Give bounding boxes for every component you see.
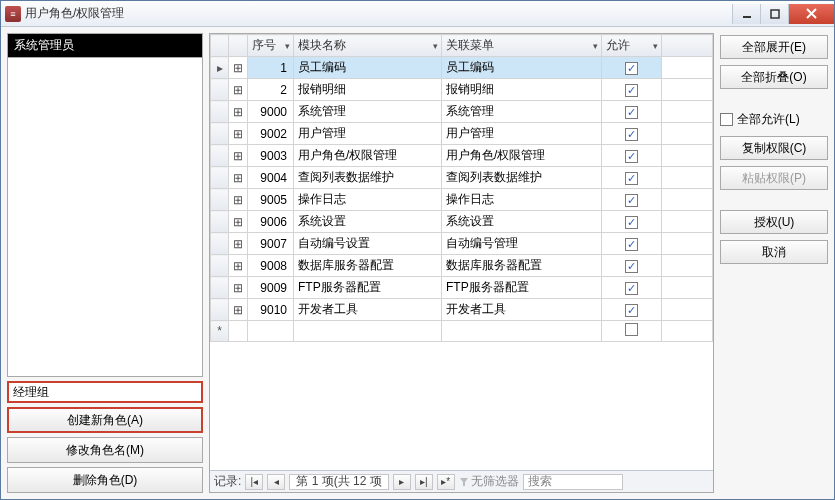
cell-seq[interactable]: 9000 <box>248 101 294 123</box>
cell-module[interactable]: 数据库服务器配置 <box>294 255 442 277</box>
row-marker[interactable]: ▸ <box>211 57 229 79</box>
paste-perm-button[interactable]: 粘贴权限(P) <box>720 166 828 190</box>
col-menu-header[interactable]: 关联菜单▾ <box>442 35 602 57</box>
allow-checkbox[interactable] <box>625 260 638 273</box>
cell-allow[interactable] <box>602 79 662 101</box>
table-row[interactable]: ⊞2报销明细报销明细 <box>211 79 713 101</box>
expand-toggle[interactable]: ⊞ <box>229 167 248 189</box>
cell-allow[interactable] <box>602 145 662 167</box>
cell-module[interactable]: 员工编码 <box>294 57 442 79</box>
allow-checkbox[interactable] <box>625 150 638 163</box>
role-list[interactable]: 系统管理员 <box>7 33 203 377</box>
table-row[interactable]: ⊞9007自动编号设置自动编号管理 <box>211 233 713 255</box>
cell-allow[interactable] <box>602 189 662 211</box>
col-rowmark-header[interactable] <box>211 35 229 57</box>
cell-seq[interactable]: 9005 <box>248 189 294 211</box>
table-row[interactable]: ⊞9004查阅列表数据维护查阅列表数据维护 <box>211 167 713 189</box>
cell-seq[interactable]: 1 <box>248 57 294 79</box>
table-row[interactable]: ⊞9005操作日志操作日志 <box>211 189 713 211</box>
row-marker-new[interactable]: * <box>211 321 229 342</box>
cell-menu[interactable]: 员工编码 <box>442 57 602 79</box>
allow-checkbox[interactable] <box>625 282 638 295</box>
cell-allow[interactable] <box>602 277 662 299</box>
allow-checkbox[interactable] <box>625 216 638 229</box>
cell-menu[interactable]: 用户角色/权限管理 <box>442 145 602 167</box>
allow-checkbox[interactable] <box>625 128 638 141</box>
grant-button[interactable]: 授权(U) <box>720 210 828 234</box>
cell-menu[interactable]: 自动编号管理 <box>442 233 602 255</box>
cell-seq[interactable]: 9002 <box>248 123 294 145</box>
table-row-new[interactable]: * <box>211 321 713 342</box>
cell-menu[interactable]: 系统管理 <box>442 101 602 123</box>
role-name-input[interactable] <box>13 385 197 399</box>
allow-checkbox[interactable] <box>625 172 638 185</box>
col-expand-header[interactable] <box>229 35 248 57</box>
table-row[interactable]: ⊞9008数据库服务器配置数据库服务器配置 <box>211 255 713 277</box>
table-row[interactable]: ⊞9006系统设置系统设置 <box>211 211 713 233</box>
grid[interactable]: 序号▾ 模块名称▾ 关联菜单▾ 允许▾ ▸⊞1员工编码员工编码⊞2报销明细报销明… <box>210 34 713 470</box>
nav-next-button[interactable]: ▸ <box>393 474 411 490</box>
cell-allow[interactable] <box>602 299 662 321</box>
cell-seq[interactable]: 9004 <box>248 167 294 189</box>
cell-module[interactable]: 用户管理 <box>294 123 442 145</box>
expand-toggle[interactable]: ⊞ <box>229 145 248 167</box>
allow-checkbox[interactable] <box>625 238 638 251</box>
table-row[interactable]: ⊞9010开发者工具开发者工具 <box>211 299 713 321</box>
no-filter-indicator[interactable]: 无筛选器 <box>459 473 519 490</box>
row-marker[interactable] <box>211 167 229 189</box>
row-marker[interactable] <box>211 189 229 211</box>
role-list-selected[interactable]: 系统管理员 <box>8 34 202 58</box>
cell-seq[interactable]: 9009 <box>248 277 294 299</box>
cell-allow[interactable] <box>602 233 662 255</box>
allow-checkbox[interactable] <box>625 194 638 207</box>
rename-role-button[interactable]: 修改角色名(M) <box>7 437 203 463</box>
cell-menu[interactable]: FTP服务器配置 <box>442 277 602 299</box>
cell-menu[interactable]: 系统设置 <box>442 211 602 233</box>
expand-toggle[interactable]: ⊞ <box>229 277 248 299</box>
expand-toggle[interactable]: ⊞ <box>229 57 248 79</box>
cell-module[interactable]: 用户角色/权限管理 <box>294 145 442 167</box>
cell-module[interactable]: FTP服务器配置 <box>294 277 442 299</box>
table-row[interactable]: ▸⊞1员工编码员工编码 <box>211 57 713 79</box>
allow-checkbox[interactable] <box>625 304 638 317</box>
allow-checkbox[interactable] <box>625 84 638 97</box>
cell-menu[interactable]: 查阅列表数据维护 <box>442 167 602 189</box>
cell-seq[interactable]: 9010 <box>248 299 294 321</box>
cell-seq[interactable]: 9008 <box>248 255 294 277</box>
create-role-button[interactable]: 创建新角色(A) <box>7 407 203 433</box>
cell-allow[interactable] <box>602 167 662 189</box>
col-allow-header[interactable]: 允许▾ <box>602 35 662 57</box>
expand-all-button[interactable]: 全部展开(E) <box>720 35 828 59</box>
expand-toggle[interactable]: ⊞ <box>229 255 248 277</box>
cell-module[interactable]: 操作日志 <box>294 189 442 211</box>
cell-allow[interactable] <box>602 57 662 79</box>
col-module-header[interactable]: 模块名称▾ <box>294 35 442 57</box>
expand-toggle[interactable]: ⊞ <box>229 189 248 211</box>
collapse-all-button[interactable]: 全部折叠(O) <box>720 65 828 89</box>
copy-perm-button[interactable]: 复制权限(C) <box>720 136 828 160</box>
cell-module[interactable]: 查阅列表数据维护 <box>294 167 442 189</box>
cell-seq[interactable]: 9003 <box>248 145 294 167</box>
cell-allow[interactable] <box>602 101 662 123</box>
cell-allow[interactable] <box>602 255 662 277</box>
row-marker[interactable] <box>211 101 229 123</box>
nav-new-button[interactable]: ▸* <box>437 474 455 490</box>
expand-toggle[interactable]: ⊞ <box>229 211 248 233</box>
row-marker[interactable] <box>211 255 229 277</box>
expand-toggle[interactable]: ⊞ <box>229 101 248 123</box>
cell-module[interactable]: 系统设置 <box>294 211 442 233</box>
cell-menu[interactable]: 用户管理 <box>442 123 602 145</box>
row-marker[interactable] <box>211 79 229 101</box>
cell-module[interactable]: 报销明细 <box>294 79 442 101</box>
close-button[interactable] <box>788 4 834 24</box>
cell-seq[interactable]: 2 <box>248 79 294 101</box>
table-row[interactable]: ⊞9000系统管理系统管理 <box>211 101 713 123</box>
row-marker[interactable] <box>211 233 229 255</box>
nav-prev-button[interactable]: ◂ <box>267 474 285 490</box>
allow-checkbox[interactable] <box>625 62 638 75</box>
cell-menu[interactable]: 开发者工具 <box>442 299 602 321</box>
row-marker[interactable] <box>211 123 229 145</box>
cell-module[interactable]: 系统管理 <box>294 101 442 123</box>
allow-all-checkbox[interactable] <box>720 113 733 126</box>
cell-module[interactable]: 开发者工具 <box>294 299 442 321</box>
